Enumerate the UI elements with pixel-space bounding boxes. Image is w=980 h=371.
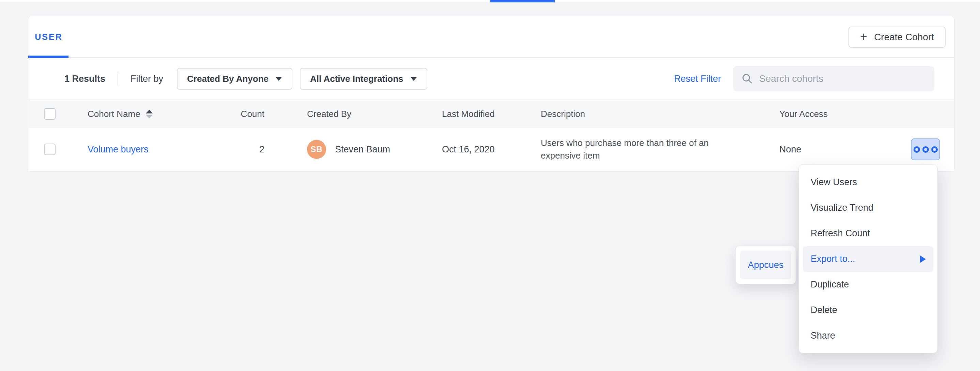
avatar: SB [307,140,326,159]
table-header-row: Cohort Name Count Created By Last Modifi… [28,100,954,128]
menu-item-view-users[interactable]: View Users [799,169,937,195]
search-icon [741,73,753,84]
create-cohort-button[interactable]: + Create Cohort [848,27,946,48]
filter-divider [118,72,118,86]
export-submenu: Appcues [735,246,796,284]
plus-icon: + [860,31,867,43]
ellipsis-icon [913,146,920,153]
header-your-access: Your Access [779,109,828,119]
integrations-dropdown-value: All Active Integrations [310,74,403,84]
select-all-checkbox[interactable] [44,108,56,120]
header-created-by: Created By [307,109,351,119]
top-nav-strip [0,0,980,2]
integrations-dropdown[interactable]: All Active Integrations [300,68,427,90]
header-last-modified: Last Modified [442,109,495,119]
menu-item-export-to[interactable]: Export to... [803,246,933,272]
menu-item-refresh-count[interactable]: Refresh Count [799,221,937,246]
sort-asc-icon [146,110,153,113]
created-by-dropdown[interactable]: Created By Anyone [177,68,293,90]
cohort-name-link[interactable]: Volume buyers [88,144,149,155]
active-nav-tab-indicator [490,0,555,2]
reset-filter-link[interactable]: Reset Filter [674,74,721,84]
header-cohort-name[interactable]: Cohort Name [88,109,140,119]
menu-item-export-to-label: Export to... [811,254,855,264]
cohort-count: 2 [205,144,264,155]
create-cohort-label: Create Cohort [874,32,934,43]
row-checkbox[interactable] [44,143,56,155]
submenu-item-appcues[interactable]: Appcues [740,251,791,279]
created-by-name: Steven Baum [335,144,390,155]
search-box[interactable] [733,66,934,91]
sort-icon[interactable] [146,110,153,118]
your-access-value: None [779,144,802,155]
context-menu: View Users Visualize Trend Refresh Count… [799,164,938,353]
menu-item-duplicate[interactable]: Duplicate [799,272,937,297]
tab-bar: USER + Create Cohort [28,16,954,58]
cohort-description: Users who purchase more than three of an… [541,137,727,162]
ellipsis-icon [923,146,929,153]
filter-bar: 1 Results Filter by Created By Anyone Al… [28,58,954,100]
ellipsis-icon [931,146,938,153]
tab-active-indicator [28,56,68,58]
menu-item-share[interactable]: Share [799,323,937,349]
search-input[interactable] [759,73,926,84]
more-actions-button[interactable] [911,139,940,160]
cohorts-page: USER + Create Cohort 1 Results Filter by… [0,0,980,371]
menu-item-delete[interactable]: Delete [799,297,937,323]
header-description: Description [541,108,727,120]
chevron-down-icon [410,77,417,81]
created-by-dropdown-value: Created By Anyone [187,74,269,84]
header-count: Count [205,109,264,119]
tab-user[interactable]: USER [28,16,69,57]
filter-by-label: Filter by [130,74,163,84]
cohorts-card: USER + Create Cohort 1 Results Filter by… [28,16,955,172]
chevron-down-icon [275,77,282,81]
last-modified-date: Oct 16, 2020 [442,144,495,155]
results-count: 1 Results [64,74,105,84]
submenu-arrow-icon [920,255,926,263]
menu-item-visualize-trend[interactable]: Visualize Trend [799,195,937,221]
sort-desc-icon [146,115,153,118]
